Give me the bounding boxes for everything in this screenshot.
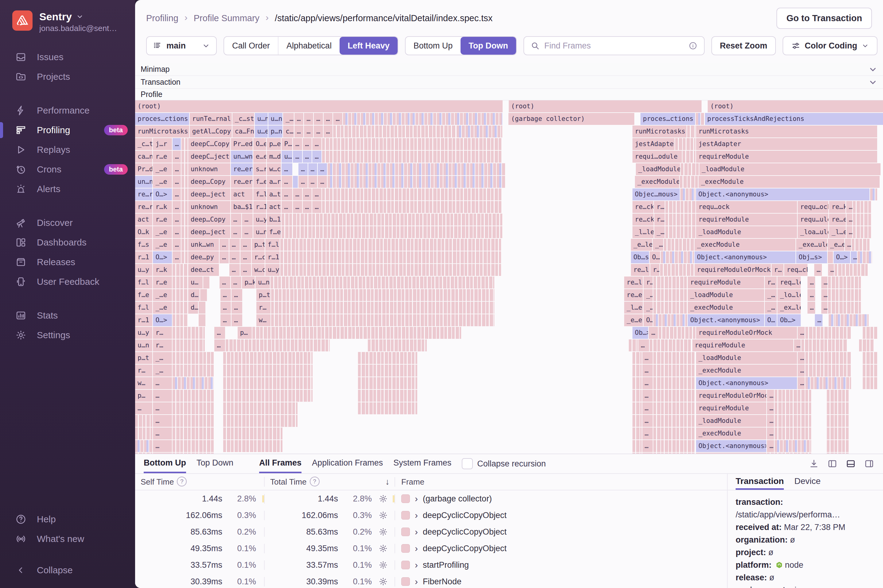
flame-frame[interactable]: runMicrotasks	[135, 126, 190, 138]
flame-frame[interactable]: …	[318, 163, 327, 176]
flame-filler[interactable]	[653, 289, 688, 302]
flame-frame[interactable]: …	[312, 151, 322, 163]
flame-frame[interactable]: …	[815, 314, 823, 327]
flame-frame[interactable]: u…e	[255, 126, 268, 138]
flame-filler[interactable]	[358, 377, 418, 390]
flame-frame[interactable]: Object.<anonymous>	[696, 377, 797, 390]
flame-filler[interactable]	[827, 440, 849, 453]
flame-frame[interactable]: _loadModule	[636, 163, 681, 176]
flame-frame[interactable]: …	[153, 377, 172, 390]
flame-frame[interactable]: requireModuleOrMock	[694, 264, 772, 276]
flame-frame[interactable]: …	[229, 264, 241, 276]
flame-filler[interactable]	[223, 402, 298, 415]
tab-device[interactable]: Device	[794, 474, 821, 490]
flame-frame[interactable]: …	[231, 302, 243, 314]
direction-top-down[interactable]: Top Down	[461, 37, 516, 55]
flame-frame[interactable]: _…	[653, 239, 664, 251]
table-row[interactable]: 1.44s2.8%1.44s2.8%›(garbage collector)	[135, 490, 727, 507]
flame-frame[interactable]: Object.<anonymous>	[696, 188, 870, 201]
flame-frame[interactable]: r…	[135, 364, 153, 377]
flame-frame[interactable]: …	[828, 264, 835, 276]
flame-frame[interactable]: …	[173, 138, 182, 151]
flame-frame[interactable]: …	[767, 390, 774, 402]
flame-frame[interactable]: dee…py	[188, 251, 219, 264]
flame-filler[interactable]	[835, 264, 868, 276]
flame-filler[interactable]	[664, 239, 694, 251]
flame-frame[interactable]: unknown	[188, 163, 231, 176]
flame-frame[interactable]: Ob…>	[777, 314, 801, 327]
flame-frame[interactable]: w…c	[267, 163, 282, 176]
flame-filler[interactable]	[223, 377, 313, 390]
flame-frame[interactable]: …	[808, 276, 816, 289]
flame-frame[interactable]: …	[642, 377, 654, 390]
flame-frame[interactable]: (garbage collector)	[508, 113, 635, 126]
flame-frame[interactable]: u…	[282, 151, 293, 163]
flame-frame[interactable]: …	[299, 163, 308, 176]
sidebar-item-issues[interactable]: Issues	[0, 47, 135, 67]
flame-filler[interactable]	[687, 126, 696, 138]
flame-frame[interactable]: _…	[654, 226, 666, 239]
flame-filler[interactable]	[182, 239, 188, 251]
flame-filler[interactable]	[182, 188, 188, 201]
flame-frame[interactable]: …	[240, 239, 252, 251]
flame-filler[interactable]	[650, 339, 692, 352]
flame-frame[interactable]: f…e	[253, 176, 267, 188]
flame-filler[interactable]	[632, 364, 642, 377]
direction-bottom-up[interactable]: Bottom Up	[405, 37, 461, 55]
flame-frame[interactable]: re…r	[135, 188, 153, 201]
flame-frame[interactable]: …	[797, 364, 805, 377]
layout-left-button[interactable]	[827, 459, 838, 469]
sidebar-item-releases[interactable]: Releases	[0, 252, 135, 272]
flame-filler[interactable]	[252, 327, 462, 339]
flame-filler[interactable]	[135, 440, 153, 453]
flame-frame[interactable]: p…t	[252, 239, 265, 251]
flame-frame[interactable]: _e…le	[631, 239, 653, 251]
flame-frame[interactable]: …	[173, 201, 182, 214]
flame-frame[interactable]: _…e	[153, 239, 172, 251]
flame-filler[interactable]	[182, 226, 188, 239]
flame-frame[interactable]: re…er	[231, 163, 253, 176]
table-row[interactable]: 85.63ms0.2%85.63ms0.2%›deepCyclicCopyObj…	[135, 524, 727, 540]
flame-frame[interactable]: c…	[283, 126, 294, 138]
expand-chevron-icon[interactable]: ›	[415, 494, 418, 503]
flame-frame[interactable]: _execModule	[688, 302, 765, 314]
flame-filler[interactable]	[683, 151, 696, 163]
flame-frame[interactable]: re…e	[829, 214, 846, 226]
flame-frame[interactable]: …	[324, 113, 333, 126]
flame-frame[interactable]: b…1	[267, 214, 282, 226]
flame-frame[interactable]: f…e	[267, 226, 282, 239]
flame-frame[interactable]: …	[214, 339, 226, 352]
sidebar-item-discover[interactable]: Discover	[0, 213, 135, 232]
flame-frame[interactable]: u…y	[253, 214, 267, 226]
expand-chevron-icon[interactable]: ›	[415, 511, 418, 520]
flame-frame[interactable]: deep…Copy	[188, 214, 231, 226]
flame-filler[interactable]	[223, 352, 313, 364]
org-switcher[interactable]: Sentry jonas.badalic@sent…	[0, 0, 135, 34]
flame-filler[interactable]	[200, 289, 207, 302]
flame-filler[interactable]	[632, 440, 642, 453]
flame-frame[interactable]: …	[173, 251, 182, 264]
flame-filler[interactable]	[223, 428, 283, 440]
flame-frame[interactable]: p…k	[242, 276, 255, 289]
flame-filler[interactable]	[863, 327, 878, 339]
flame-filler[interactable]	[629, 339, 638, 352]
table-row[interactable]: 162.06ms0.3%162.06ms0.3%›deepCyclicCopyO…	[135, 507, 727, 524]
flame-filler[interactable]	[280, 264, 502, 276]
go-to-transaction-button[interactable]: Go to Transaction	[776, 8, 872, 29]
flame-frame[interactable]: …	[314, 126, 324, 138]
flame-frame[interactable]: r…1	[135, 314, 153, 327]
flame-frame[interactable]: deep…ject	[188, 188, 231, 201]
flame-filler[interactable]	[343, 113, 410, 126]
layout-right-button[interactable]	[864, 459, 874, 469]
frame-settings-button[interactable]	[372, 560, 395, 570]
flame-frame[interactable]: getAl…Copy	[190, 126, 233, 138]
flame-filler[interactable]	[665, 214, 696, 226]
flame-frame[interactable]: …	[242, 226, 253, 239]
flame-frame[interactable]: …	[642, 415, 654, 428]
flame-frame[interactable]: …	[240, 251, 252, 264]
flame-filler[interactable]	[358, 402, 418, 415]
flame-frame[interactable]: _e…e	[828, 239, 845, 251]
flame-frame[interactable]: u…n	[255, 276, 270, 289]
flame-frame[interactable]: e…e	[253, 151, 267, 163]
flame-filler[interactable]	[775, 428, 812, 440]
